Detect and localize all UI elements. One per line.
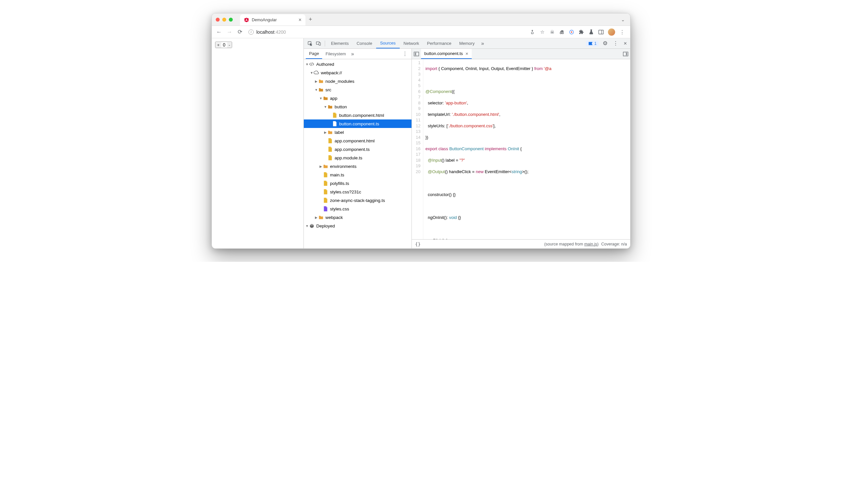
tab-sources[interactable]: Sources <box>376 38 400 49</box>
chevron-down-icon[interactable]: ⌄ <box>621 17 625 22</box>
window-minimize-button[interactable] <box>222 18 226 22</box>
svg-point-1 <box>562 32 564 34</box>
tree-zone[interactable]: zone-async-stack-tagging.ts <box>304 196 412 204</box>
incognito-extension-icon[interactable] <box>559 29 565 35</box>
svg-rect-8 <box>414 52 419 56</box>
tree-button-folder[interactable]: ▼button <box>304 103 412 111</box>
source-map-link[interactable]: main.js <box>584 242 597 247</box>
skull-extension-icon[interactable]: ☠ <box>549 29 555 35</box>
side-panel-icon[interactable] <box>598 29 604 35</box>
counter-value: 0 <box>221 42 227 48</box>
sidebar-tab-filesystem[interactable]: Filesystem <box>322 49 349 59</box>
editor-area: button.component.ts × 123456789101112131… <box>412 49 630 248</box>
sidebar-more-icon[interactable]: » <box>349 51 356 57</box>
tree-deployed[interactable]: ▼Deployed <box>304 221 412 230</box>
bookmark-star-icon[interactable]: ☆ <box>539 29 545 35</box>
circle-extension-icon[interactable] <box>569 29 575 35</box>
brackets-icon[interactable]: {} <box>415 241 421 247</box>
tab-network[interactable]: Network <box>400 38 423 49</box>
svg-point-3 <box>571 32 572 33</box>
tab-console[interactable]: Console <box>353 38 376 49</box>
tree-src[interactable]: ▼src <box>304 86 412 94</box>
sidebar-menu-icon[interactable]: ⋮ <box>400 51 410 57</box>
tree-app-html[interactable]: app.component.html <box>304 137 412 145</box>
tab-memory[interactable]: Memory <box>455 38 479 49</box>
flask-icon[interactable] <box>588 29 594 35</box>
profile-avatar[interactable] <box>608 29 615 36</box>
line-gutter: 1234567891011121314151617181920 <box>412 59 423 239</box>
more-tabs-icon[interactable]: » <box>479 40 487 47</box>
forward-button[interactable]: → <box>225 28 234 37</box>
tree-styles-q[interactable]: styles.css?231c <box>304 187 412 196</box>
tree-polyfills[interactable]: polyfills.ts <box>304 179 412 187</box>
tree-button-ts[interactable]: button.component.ts <box>304 120 412 128</box>
window-maximize-button[interactable] <box>229 18 233 22</box>
tree-app-module[interactable]: app.module.ts <box>304 154 412 162</box>
svg-rect-9 <box>623 52 628 56</box>
browser-window: DemoAngular × + ⌄ ← → ⟳ i localhost:4200… <box>212 13 630 249</box>
site-info-icon[interactable]: i <box>249 30 254 35</box>
back-button[interactable]: ← <box>214 28 223 37</box>
counter-minus-button[interactable]: - <box>227 42 232 48</box>
debugger-toggle-icon[interactable] <box>621 52 630 56</box>
settings-gear-icon[interactable]: ⚙ <box>602 40 609 47</box>
tree-app[interactable]: ▼app <box>304 94 412 103</box>
devtools-tabs: Elements Console Sources Network Perform… <box>304 38 630 49</box>
tree-label-folder[interactable]: ▶label <box>304 128 412 137</box>
editor-tab-active[interactable]: button.component.ts × <box>421 49 472 59</box>
editor-tab-label: button.component.ts <box>424 51 463 56</box>
angular-icon <box>244 17 249 22</box>
tree-webpack-folder[interactable]: ▶webpack <box>304 213 412 221</box>
traffic-lights <box>216 18 233 22</box>
tab-elements[interactable]: Elements <box>327 38 353 49</box>
inspect-element-icon[interactable] <box>306 39 314 48</box>
editor-tab-close-icon[interactable]: × <box>466 51 468 56</box>
addressbar: ← → ⟳ i localhost:4200 ☆ ☠ ⋮ <box>212 26 630 38</box>
file-tree: ▼Authored ▼webpack:// ▶node_modules ▼src… <box>304 59 412 248</box>
page-content: + 0 - <box>212 38 303 248</box>
device-toolbar-icon[interactable] <box>314 39 323 48</box>
editor-statusbar: {} (source mapped from main.js) Coverage… <box>412 239 630 248</box>
code-content: import { Component, OnInit, Input, Outpu… <box>423 59 553 239</box>
navigator-toggle-icon[interactable] <box>412 52 421 56</box>
issues-icon <box>588 41 593 46</box>
window-close-button[interactable] <box>216 18 220 22</box>
svg-rect-7 <box>319 42 321 45</box>
editor-tabs: button.component.ts × <box>412 49 630 59</box>
sidebar-tab-page[interactable]: Page <box>306 49 322 59</box>
devtools-close-icon[interactable]: × <box>622 40 628 47</box>
devtools-body: Page Filesystem » ⋮ ▼Authored ▼webpack:/… <box>304 49 630 248</box>
tab-performance[interactable]: Performance <box>423 38 455 49</box>
tree-styles-css[interactable]: styles.css <box>304 204 412 213</box>
body: + 0 - Elements Console Sources Network P… <box>212 38 630 248</box>
coverage-text: Coverage: n/a <box>601 242 627 247</box>
url-box[interactable]: i localhost:4200 <box>246 30 525 35</box>
devtools: Elements Console Sources Network Perform… <box>303 38 630 248</box>
new-tab-button[interactable]: + <box>309 16 312 23</box>
tree-node-modules[interactable]: ▶node_modules <box>304 77 412 86</box>
tree-app-ts[interactable]: app.component.ts <box>304 145 412 154</box>
titlebar: DemoAngular × + ⌄ <box>212 14 630 26</box>
sources-sidebar-tabs: Page Filesystem » ⋮ <box>304 49 412 59</box>
issues-badge[interactable]: 1 <box>586 40 599 47</box>
svg-rect-4 <box>599 30 604 34</box>
source-mapped-text: (source mapped from main.js) <box>544 242 598 247</box>
tree-main-ts[interactable]: main.ts <box>304 170 412 179</box>
reload-button[interactable]: ⟳ <box>235 28 245 37</box>
tree-authored[interactable]: ▼Authored <box>304 60 412 68</box>
extensions-icon[interactable] <box>578 29 584 35</box>
toolbar-icons: ☆ ☠ ⋮ <box>527 29 628 36</box>
share-icon[interactable] <box>530 29 535 35</box>
tab-close-icon[interactable]: × <box>299 17 302 23</box>
counter-plus-button[interactable]: + <box>215 42 221 48</box>
tree-environments[interactable]: ▶environments <box>304 162 412 170</box>
browser-menu-icon[interactable]: ⋮ <box>619 29 625 35</box>
url-text: localhost:4200 <box>256 30 286 35</box>
devtools-menu-icon[interactable]: ⋮ <box>611 40 620 47</box>
tree-webpack-scheme[interactable]: ▼webpack:// <box>304 68 412 77</box>
tree-button-html[interactable]: button.component.html <box>304 111 412 120</box>
svg-point-0 <box>560 32 562 34</box>
code-editor[interactable]: 1234567891011121314151617181920 import {… <box>412 59 630 239</box>
browser-tab[interactable]: DemoAngular × <box>240 14 305 25</box>
sources-sidebar: Page Filesystem » ⋮ ▼Authored ▼webpack:/… <box>304 49 412 248</box>
